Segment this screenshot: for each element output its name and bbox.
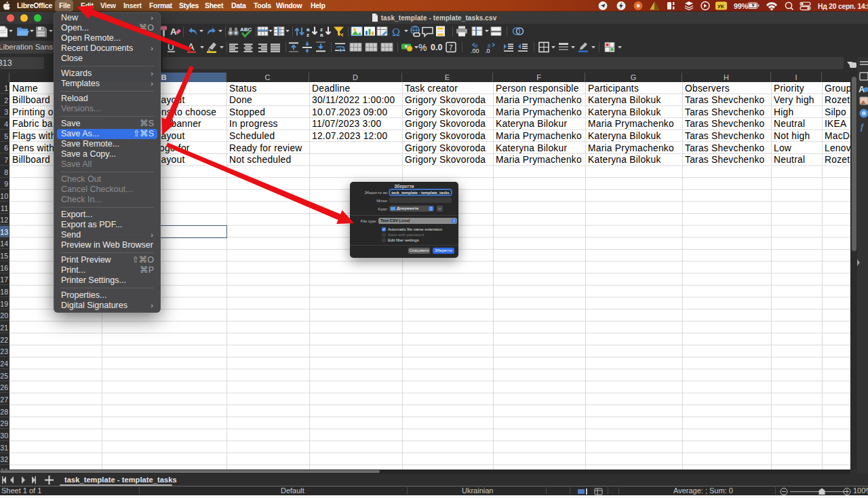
svg-text:99%: 99% <box>734 2 748 10</box>
svg-text:U: U <box>167 42 174 52</box>
svg-text:%: % <box>418 42 427 53</box>
svg-text:z: z <box>307 32 309 38</box>
svg-text:f: f <box>861 121 865 132</box>
svg-text:0.0: 0.0 <box>431 43 442 52</box>
svg-text:Ω: Ω <box>392 26 400 38</box>
svg-text:.00: .00 <box>471 47 479 54</box>
svg-text:.0: .0 <box>485 47 490 54</box>
svg-text:УК: УК <box>717 3 724 9</box>
svg-text:Нд 20 серп. 14:52: Нд 20 серп. 14:52 <box>818 3 868 10</box>
svg-text:A: A <box>170 26 177 37</box>
svg-text:A: A <box>188 41 195 52</box>
svg-text:7: 7 <box>449 44 453 52</box>
svg-text:a: a <box>320 32 323 38</box>
